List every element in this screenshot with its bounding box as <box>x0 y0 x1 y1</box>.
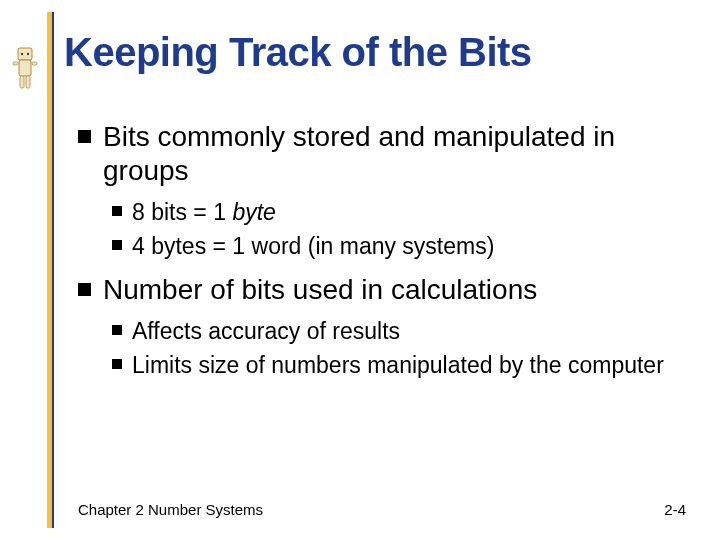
bullet-square-icon <box>112 325 122 335</box>
bullet-1: Bits commonly stored and manipulated in … <box>78 120 680 261</box>
footer-page-number: 2-4 <box>664 501 686 518</box>
bullet-square-icon <box>112 359 122 369</box>
sub-bullet-1-em: byte <box>232 199 275 225</box>
bullet-1-sublist: 8 bits = 1 byte 4 bytes = 1 word (in man… <box>112 198 680 261</box>
footer-chapter: Chapter 2 Number Systems <box>78 501 263 518</box>
sub-bullet-2-text: 4 bytes = 1 word (in many systems) <box>132 232 494 261</box>
sub-bullet-1-text: Affects accuracy of results <box>132 317 400 346</box>
svg-rect-3 <box>19 60 31 76</box>
svg-rect-4 <box>13 62 18 65</box>
bullet-2: Number of bits used in calculations Affe… <box>78 273 680 380</box>
bullet-square-icon <box>78 283 91 296</box>
bullet-square-icon <box>78 130 91 143</box>
svg-rect-5 <box>32 62 37 65</box>
slide: Keeping Track of the Bits Bits commonly … <box>0 0 720 540</box>
svg-rect-6 <box>20 76 24 88</box>
sub-bullet-2-text: Limits size of numbers manipulated by th… <box>132 351 664 380</box>
bullet-square-icon <box>112 240 122 250</box>
bullet-2-text: Number of bits used in calculations <box>103 273 537 307</box>
list-item: 4 bytes = 1 word (in many systems) <box>112 232 680 261</box>
bullet-square-icon <box>112 206 122 216</box>
slide-title: Keeping Track of the Bits <box>64 30 532 75</box>
sub-bullet-text: 8 bits = 1 byte <box>132 198 276 227</box>
list-item: 8 bits = 1 byte <box>112 198 680 227</box>
bullet-1-text: Bits commonly stored and manipulated in … <box>103 120 680 188</box>
svg-point-2 <box>27 53 29 55</box>
sub-bullet-1-pre: 8 bits = 1 <box>132 199 232 225</box>
slide-body: Bits commonly stored and manipulated in … <box>78 108 680 388</box>
list-item: Affects accuracy of results <box>112 317 680 346</box>
list-item: Limits size of numbers manipulated by th… <box>112 351 680 380</box>
svg-rect-0 <box>18 48 32 60</box>
svg-point-1 <box>21 53 23 55</box>
mascot-icon <box>10 46 40 92</box>
svg-rect-7 <box>26 76 30 88</box>
bullet-2-sublist: Affects accuracy of results Limits size … <box>112 317 680 380</box>
side-rail-blue <box>52 12 54 528</box>
